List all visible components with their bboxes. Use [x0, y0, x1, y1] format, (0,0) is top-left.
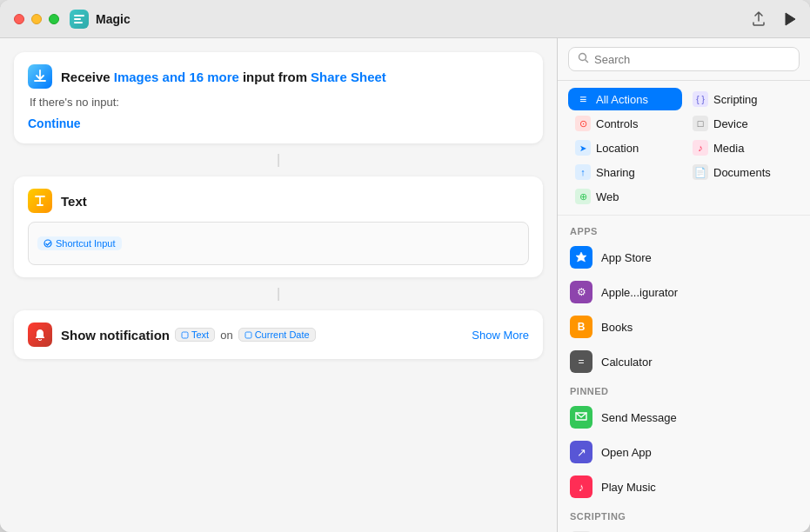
from-label: input from [243, 70, 307, 84]
send-message-icon [570, 406, 592, 429]
continue-link[interactable]: Continue [28, 116, 81, 130]
receive-card: Receive Images and 16 more input from Sh… [14, 52, 543, 143]
no-input-row: If there's no input: [28, 96, 529, 109]
titlebar-actions [751, 11, 796, 27]
category-documents[interactable]: 📄 Documents [686, 161, 800, 183]
category-media[interactable]: ♪ Media [686, 136, 800, 159]
receive-label: Receive [61, 70, 110, 84]
titlebar: Magic [0, 0, 810, 38]
media-icon: ♪ [693, 140, 708, 156]
text-card-header: Text [28, 189, 529, 213]
share-button[interactable] [751, 11, 766, 27]
share-sheet-link[interactable]: Share Sheet [311, 70, 386, 84]
receive-icon [28, 64, 52, 89]
receive-header: Receive Images and 16 more input from Sh… [28, 64, 529, 89]
action-item-comment[interactable]: ≡ Comment [558, 525, 810, 532]
svg-point-6 [579, 54, 586, 61]
scripting-icon: { } [693, 91, 708, 107]
device-icon: □ [693, 116, 708, 131]
category-label: Sharing [596, 166, 635, 179]
section-scripting-label: Scripting [558, 504, 810, 525]
date-token-badge[interactable]: Current Date [238, 328, 316, 342]
play-music-icon: ♪ [570, 475, 592, 498]
on-label: on [220, 329, 232, 342]
no-input-label: If there's no input: [30, 96, 119, 109]
minimize-button[interactable] [31, 14, 42, 24]
text-token-badge[interactable]: Text [175, 328, 215, 342]
calculator-label: Calculator [601, 356, 653, 369]
divider-1: | [14, 152, 543, 168]
all-actions-icon: ≡ [575, 91, 591, 107]
shortcut-input-label: Shortcut Input [56, 238, 116, 249]
action-item-app-store[interactable]: App Store [558, 240, 810, 275]
svg-rect-5 [245, 332, 251, 338]
divider-2: | [14, 286, 543, 302]
action-item-play-music[interactable]: ♪ Play Music [558, 469, 810, 504]
category-label: Device [713, 117, 748, 130]
text-token-label: Text [191, 329, 209, 340]
text-input-area[interactable]: Shortcut Input [28, 222, 529, 265]
play-music-label: Play Music [601, 481, 656, 494]
location-icon: ➤ [575, 140, 591, 156]
svg-point-3 [44, 240, 51, 247]
books-icon: B [570, 316, 592, 338]
left-panel: Receive Images and 16 more input from Sh… [0, 38, 558, 532]
shortcut-badge: Shortcut Input [37, 236, 122, 250]
svg-rect-2 [74, 22, 83, 23]
calculator-icon: = [570, 350, 592, 373]
input-type-link[interactable]: Images and 16 more [114, 70, 239, 84]
action-item-apple-configurator[interactable]: ⚙ Apple...igurator [558, 275, 810, 309]
search-input[interactable] [594, 53, 790, 66]
svg-rect-0 [74, 15, 84, 17]
action-item-calculator[interactable]: = Calculator [558, 344, 810, 379]
categories-grid: ≡ All Actions { } Scripting ⊙ Controls □… [558, 81, 810, 216]
category-label: Controls [596, 117, 638, 130]
books-label: Books [601, 321, 633, 334]
section-pinned-label: Pinned [558, 379, 810, 400]
category-label: Scripting [713, 93, 758, 106]
maximize-button[interactable] [49, 14, 59, 24]
web-icon: ⊕ [575, 189, 591, 204]
show-more-button[interactable]: Show More [472, 329, 529, 342]
action-item-books[interactable]: B Books [558, 309, 810, 344]
search-icon [578, 52, 589, 66]
category-device[interactable]: □ Device [686, 112, 800, 135]
app-store-label: App Store [601, 251, 652, 264]
close-button[interactable] [14, 14, 24, 24]
open-app-label: Open App [601, 446, 652, 459]
sharing-icon: ↑ [575, 164, 591, 180]
app-store-icon [570, 246, 592, 269]
action-item-send-message[interactable]: Send Message [558, 400, 810, 435]
category-sharing[interactable]: ↑ Sharing [568, 161, 682, 183]
documents-icon: 📄 [693, 164, 708, 180]
apple-configurator-label: Apple...igurator [601, 286, 678, 299]
category-web[interactable]: ⊕ Web [568, 185, 682, 208]
actions-list: Apps App Store ⚙ Apple...igurator [558, 216, 810, 532]
category-controls[interactable]: ⊙ Controls [568, 112, 682, 135]
receive-title-row: Receive Images and 16 more input from Sh… [61, 70, 386, 84]
category-location[interactable]: ➤ Location [568, 136, 682, 159]
section-apps-label: Apps [558, 219, 810, 240]
notification-title: Show notification [61, 328, 170, 342]
action-item-open-app[interactable]: ↗ Open App [558, 435, 810, 469]
send-message-label: Send Message [601, 411, 677, 424]
category-label: Media [713, 142, 744, 155]
text-card-title: Text [61, 194, 87, 209]
controls-icon: ⊙ [575, 116, 591, 131]
notification-content: Show notification Text on Current Date [61, 328, 463, 342]
notification-icon [28, 323, 52, 347]
play-button[interactable] [784, 12, 796, 26]
category-all-actions[interactable]: ≡ All Actions [568, 88, 682, 110]
category-label: All Actions [596, 93, 648, 106]
notification-card: Show notification Text on Current Date [14, 310, 543, 359]
window-title: Magic [96, 12, 131, 26]
main-window: Magic [0, 0, 810, 532]
category-label: Location [596, 142, 639, 155]
category-scripting[interactable]: { } Scripting [686, 88, 800, 110]
open-app-icon: ↗ [570, 441, 592, 463]
app-icon [70, 10, 89, 29]
search-bar [558, 38, 810, 81]
search-input-wrap [568, 47, 800, 71]
text-card: Text Shortcut Input [14, 176, 543, 277]
svg-rect-1 [74, 18, 81, 20]
